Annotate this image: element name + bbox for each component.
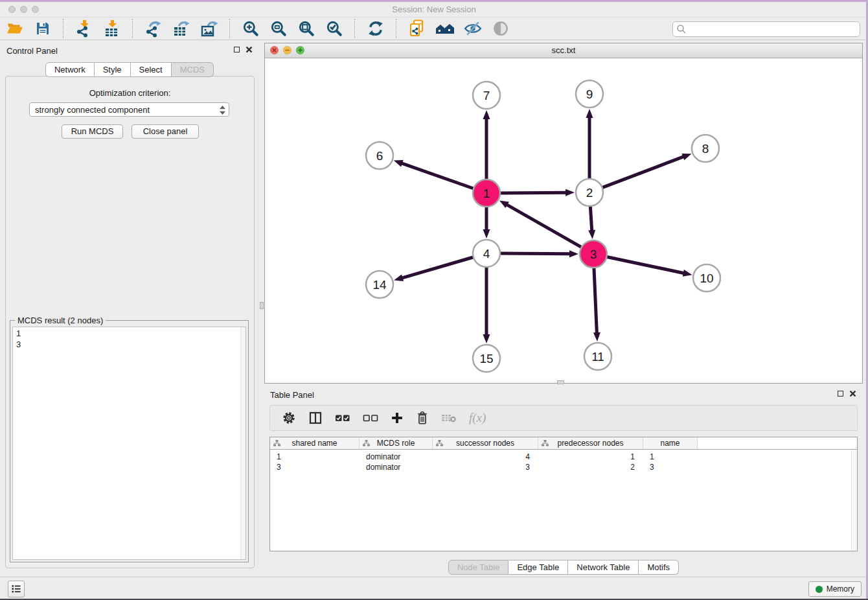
tab-node-table[interactable]: Node Table (448, 560, 509, 575)
column-header-successor-nodes[interactable]: successor nodes (433, 437, 538, 449)
select-all-rows-button[interactable] (335, 410, 350, 426)
node-table-header: shared name MCDS role (270, 437, 857, 450)
tab-network[interactable]: Network (45, 62, 95, 77)
optimization-criterion-select[interactable]: strongly connected component (29, 102, 229, 117)
task-history-button[interactable] (8, 581, 25, 597)
open-session-button[interactable] (5, 19, 25, 38)
table-settings-button[interactable] (282, 410, 296, 426)
table-cell[interactable]: 3 (643, 462, 698, 472)
open-folder-icon (6, 20, 23, 37)
graph-edge-3-1[interactable] (505, 203, 584, 248)
tab-edge-table[interactable]: Edge Table (508, 560, 568, 575)
memory-button[interactable]: Memory (808, 581, 862, 597)
toolbar-separator (132, 19, 133, 38)
graph-node-label: 10 (700, 271, 713, 285)
table-row[interactable]: 1dominator411 (270, 452, 857, 462)
tab-select[interactable]: Select (131, 62, 172, 77)
deselect-all-rows-button[interactable] (363, 410, 378, 426)
graph-edge-3-11[interactable] (594, 266, 597, 335)
close-panel-button[interactable]: Close panel (131, 124, 199, 139)
graph-edge-2-3[interactable] (590, 204, 592, 233)
column-label: MCDS role (377, 439, 415, 448)
graph-edge-arrow (569, 250, 578, 257)
hierarchy-icon (436, 440, 443, 446)
checked-boxes-icon (335, 413, 350, 422)
graph-edge-arrow (394, 160, 404, 167)
graph-edge-4-3[interactable] (498, 253, 572, 254)
mcds-result-title: MCDS result (2 nodes) (15, 316, 106, 325)
tab-mcds[interactable]: MCDS (172, 62, 214, 77)
graph-edge-arrow (565, 189, 575, 196)
column-header-name[interactable]: name (643, 437, 698, 449)
save-session-button[interactable] (33, 19, 52, 38)
session-title: Session: New Session (0, 5, 868, 14)
table-cell[interactable]: 1 (538, 452, 643, 462)
table-cell[interactable]: 1 (643, 452, 698, 462)
mcds-result-box: MCDS result (2 nodes) 13 (10, 320, 249, 562)
zoom-out-button[interactable] (269, 19, 288, 38)
first-neighbors-button[interactable] (435, 19, 455, 38)
search-input[interactable] (689, 23, 856, 36)
close-table-panel-icon[interactable] (849, 390, 856, 397)
table-cell[interactable]: 3 (433, 462, 538, 472)
show-columns-button[interactable] (308, 410, 323, 426)
result-line: 1 (16, 328, 242, 339)
table-row[interactable]: 3dominator323 (270, 462, 857, 472)
graph-edge-1-2[interactable] (498, 192, 568, 193)
table-cell[interactable]: 3 (270, 462, 360, 472)
table-cell[interactable]: dominator (360, 462, 433, 472)
network-window-titlebar[interactable]: scc.txt (265, 43, 862, 58)
mcds-panel: Optimization criterion: strongly connect… (5, 76, 255, 568)
tab-style[interactable]: Style (95, 62, 131, 77)
export-network-button[interactable] (144, 19, 163, 38)
save-floppy-icon (35, 21, 51, 36)
table-scrollbar[interactable] (851, 450, 857, 551)
table-cell[interactable]: 4 (433, 452, 538, 462)
result-scrollbar[interactable] (240, 327, 246, 559)
network-view-window: scc.txt 7968124314101511 (264, 43, 863, 384)
float-panel-icon[interactable] (234, 47, 240, 52)
export-image-button[interactable] (200, 19, 219, 38)
main-titlebar: Session: New Session (0, 2, 868, 17)
export-table-button[interactable] (172, 19, 191, 38)
graph-edge-arrow (483, 334, 490, 343)
import-network-button[interactable] (74, 19, 94, 38)
network-canvas[interactable]: 7968124314101511 (265, 58, 862, 384)
graph-edge-arrow (588, 230, 595, 239)
delete-table-button-disabled (441, 410, 457, 426)
zoom-fit-button[interactable] (297, 19, 316, 38)
graph-edge-2-8[interactable] (600, 156, 685, 189)
import-table-button[interactable] (102, 19, 122, 38)
toolbar-separator (63, 19, 64, 38)
create-column-button[interactable] (391, 410, 404, 426)
clone-network-button[interactable] (407, 19, 427, 38)
table-cell[interactable]: 2 (538, 462, 643, 472)
zoom-selected-button[interactable] (325, 19, 344, 38)
tab-motifs[interactable]: Motifs (639, 560, 679, 575)
vertical-splitter-handle[interactable] (260, 302, 264, 309)
close-panel-icon[interactable] (246, 46, 253, 53)
table-tabs: Node Table Edge Table Network Table Moti… (264, 560, 863, 575)
graph-edge-4-14[interactable] (400, 257, 475, 279)
graph-edge-1-6[interactable] (400, 163, 475, 189)
graph-node-label: 15 (479, 352, 493, 365)
column-header-mcds-role[interactable]: MCDS role (360, 437, 433, 449)
float-table-panel-icon[interactable] (838, 391, 843, 397)
mcds-result-text[interactable]: 13 (12, 327, 246, 560)
show-hidden-button[interactable] (491, 19, 510, 38)
horizontal-splitter-handle[interactable] (557, 380, 564, 384)
column-header-predecessor-nodes[interactable]: predecessor nodes (538, 437, 643, 449)
apply-layout-button[interactable] (366, 19, 385, 38)
table-cell[interactable]: 1 (270, 452, 360, 462)
zoom-in-button[interactable] (241, 19, 260, 38)
hide-selected-button[interactable] (463, 19, 483, 38)
toolbar-separator (354, 19, 356, 38)
table-cell[interactable]: dominator (360, 452, 433, 462)
tab-network-table[interactable]: Network Table (568, 560, 639, 575)
graph-edge-3-10[interactable] (605, 257, 686, 274)
delete-columns-button[interactable] (416, 410, 429, 426)
clone-network-icon (408, 19, 426, 38)
run-mcds-button[interactable]: Run MCDS (62, 124, 123, 139)
column-header-shared-name[interactable]: shared name (270, 437, 360, 449)
toolbar-separator (396, 19, 397, 38)
